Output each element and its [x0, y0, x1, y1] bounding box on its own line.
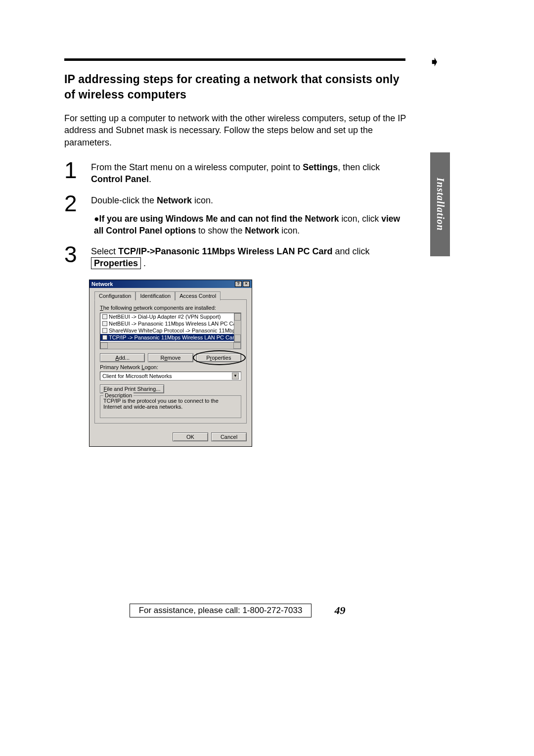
- add-button[interactable]: Add...: [100, 353, 145, 362]
- chevron-down-icon[interactable]: ▼: [232, 373, 239, 379]
- primary-logon-dropdown[interactable]: Client for Microsoft Networks ▼: [100, 372, 241, 380]
- section-heading: IP addressing steps for creating a netwo…: [64, 72, 410, 102]
- step-body: Select TCP/IP->Panasonic 11Mbps Wireless…: [91, 244, 410, 270]
- list-item-selected[interactable]: TCP/IP -> Panasonic 11Mbps Wireless LAN …: [100, 334, 241, 341]
- dialog-titlebar: Network ? ×: [89, 280, 252, 288]
- step-3: 3 Select TCP/IP->Panasonic 11Mbps Wirele…: [64, 244, 410, 270]
- help-icon[interactable]: ?: [235, 281, 242, 287]
- tab-access-control[interactable]: Access Control: [175, 291, 221, 300]
- description-text: TCP/IP is the protocol you use to connec…: [103, 398, 219, 410]
- description-frame: Description TCP/IP is the protocol you u…: [100, 395, 241, 418]
- protocol-icon: [102, 321, 107, 326]
- step-number: 1: [64, 160, 86, 181]
- ok-button[interactable]: OK: [173, 432, 208, 441]
- dialog-title: Network: [91, 281, 113, 287]
- step-number: 3: [64, 244, 86, 265]
- cancel-button[interactable]: Cancel: [211, 432, 247, 441]
- step-1: 1 From the Start menu on a wireless comp…: [64, 160, 410, 186]
- primary-logon-label: Primary Network Logon:: [100, 364, 241, 370]
- protocol-icon: [102, 328, 107, 333]
- list-item[interactable]: NetBEUI -> Panasonic 11Mbps Wireless LAN…: [100, 320, 241, 327]
- side-tab-installation: Installation: [430, 152, 450, 256]
- continuation-arrow-icon: ➧: [429, 53, 440, 70]
- assistance-box: For assistance, please call: 1-800-272-7…: [130, 604, 312, 617]
- protocol-icon: [102, 314, 107, 319]
- remove-button[interactable]: Remove: [148, 353, 193, 362]
- close-icon[interactable]: ×: [243, 281, 250, 287]
- step-body: Double-click the Network icon. ●If you a…: [91, 193, 410, 237]
- tab-configuration[interactable]: Configuration: [94, 291, 135, 300]
- divider-top: [64, 58, 405, 61]
- properties-button[interactable]: Properties: [196, 353, 241, 362]
- page-footer: For assistance, please call: 1-800-272-7…: [64, 604, 410, 617]
- step-2-bullet: ●If you are using Windows Me and can not…: [91, 213, 410, 236]
- step-list: 1 From the Start menu on a wireless comp…: [64, 160, 410, 270]
- tab-pane-configuration: The following network components are ins…: [94, 299, 247, 424]
- list-item[interactable]: NetBEUI -> Dial-Up Adapter #2 (VPN Suppo…: [100, 313, 241, 320]
- dialog-tabs: Configuration Identification Access Cont…: [94, 291, 247, 300]
- components-label: The following network components are ins…: [100, 305, 241, 311]
- primary-logon-value: Client for Microsoft Networks: [102, 373, 172, 379]
- step-number: 2: [64, 193, 86, 214]
- side-tab-label: Installation: [435, 178, 446, 231]
- step-2: 2 Double-click the Network icon. ●If you…: [64, 193, 410, 237]
- properties-button-ref: Properties: [91, 257, 141, 269]
- network-dialog: Network ? × Configuration Identification…: [89, 280, 252, 447]
- protocol-icon: [102, 335, 107, 340]
- horizontal-scrollbar[interactable]: [100, 342, 241, 349]
- description-legend: Description: [103, 392, 134, 398]
- components-listbox[interactable]: NetBEUI -> Dial-Up Adapter #2 (VPN Suppo…: [100, 313, 241, 349]
- page-number: 49: [334, 604, 345, 617]
- list-item[interactable]: ShareWave WhiteCap Protocol -> Panasonic…: [100, 327, 241, 334]
- vertical-scrollbar[interactable]: [234, 313, 241, 342]
- intro-paragraph: For setting up a computer to network wit…: [64, 112, 410, 148]
- step-body: From the Start menu on a wireless comput…: [91, 160, 410, 186]
- tab-identification[interactable]: Identification: [135, 291, 175, 300]
